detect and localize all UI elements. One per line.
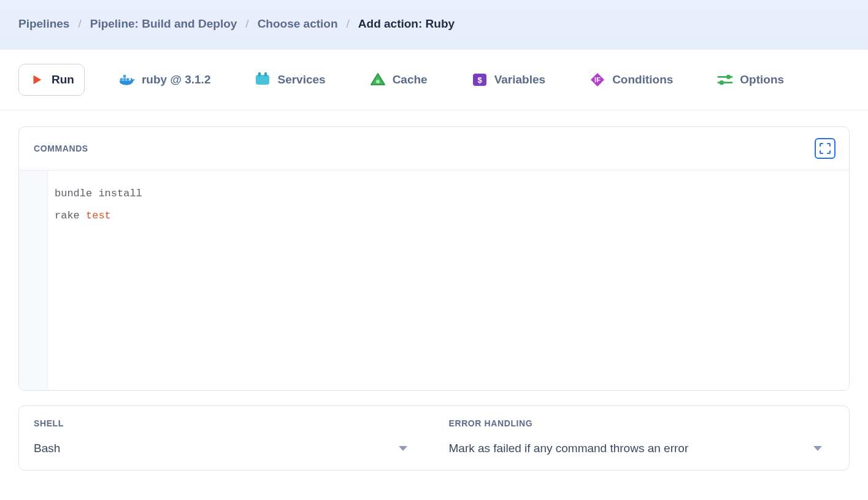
breadcrumb-pipelines[interactable]: Pipelines [18, 17, 69, 31]
content-area: COMMANDS bundle install rake test SHELL … [0, 110, 868, 489]
options-icon [717, 72, 733, 88]
breadcrumb-sep: / [245, 17, 248, 31]
tab-label: Services [277, 73, 325, 87]
tabs-bar: Run ruby @ 3.1.2 Services Cache $ Variab… [0, 50, 868, 110]
tab-conditions[interactable]: IF Conditions [580, 64, 683, 95]
tab-services[interactable]: Services [245, 64, 335, 95]
tab-run[interactable]: Run [18, 64, 85, 96]
chevron-down-icon [813, 446, 822, 451]
svg-rect-4 [256, 75, 269, 85]
svg-rect-0 [120, 78, 123, 80]
svg-rect-3 [123, 75, 126, 77]
breadcrumb-pipeline[interactable]: Pipeline: Build and Deploy [90, 17, 237, 31]
error-handling-value: Mark as failed if any command throws an … [449, 442, 689, 455]
tab-options[interactable]: Options [707, 64, 794, 95]
commands-header: COMMANDS [19, 127, 849, 171]
shell-label: SHELL [34, 418, 420, 428]
svg-rect-6 [264, 72, 267, 76]
error-handling-cell: ERROR HANDLING Mark as failed if any com… [434, 406, 850, 470]
docker-icon [119, 72, 135, 88]
svg-text:$: $ [477, 75, 482, 85]
tab-label: Variables [494, 73, 545, 87]
expand-icon [820, 143, 831, 154]
svg-point-14 [720, 80, 724, 85]
svg-rect-2 [126, 78, 129, 80]
commands-label: COMMANDS [34, 144, 88, 153]
play-icon [29, 72, 45, 88]
chevron-down-icon [399, 446, 407, 451]
svg-rect-5 [258, 72, 261, 76]
breadcrumb-current: Add action: Ruby [358, 17, 455, 31]
breadcrumb-sep: / [347, 17, 350, 31]
header-bar: Pipelines / Pipeline: Build and Deploy /… [0, 0, 868, 50]
commands-panel: COMMANDS bundle install rake test [18, 126, 850, 391]
svg-point-12 [726, 75, 731, 79]
tab-label: Cache [393, 73, 428, 87]
commands-editor[interactable]: bundle install rake test [19, 171, 849, 390]
breadcrumb-choose-action[interactable]: Choose action [258, 17, 338, 31]
cache-icon [370, 72, 386, 88]
tab-label: ruby @ 3.1.2 [142, 73, 211, 87]
tab-ruby[interactable]: ruby @ 3.1.2 [109, 64, 221, 95]
tab-label: Conditions [612, 73, 673, 87]
shell-select[interactable]: Bash [34, 442, 420, 455]
editor-gutter [19, 171, 48, 390]
expand-button[interactable] [815, 138, 835, 159]
svg-text:IF: IF [594, 76, 601, 83]
shell-cell: SHELL Bash [19, 406, 434, 470]
breadcrumb: Pipelines / Pipeline: Build and Deploy /… [18, 17, 850, 31]
svg-point-7 [376, 80, 380, 83]
breadcrumb-sep: / [78, 17, 81, 31]
tab-cache[interactable]: Cache [360, 64, 437, 95]
services-icon [255, 72, 271, 88]
svg-rect-1 [123, 78, 126, 80]
config-panel: SHELL Bash ERROR HANDLING Mark as failed… [18, 406, 850, 471]
error-handling-label: ERROR HANDLING [449, 418, 835, 428]
tab-label: Run [52, 73, 74, 87]
conditions-icon: IF [590, 72, 605, 88]
variables-icon: $ [472, 72, 488, 88]
tab-variables[interactable]: $ Variables [462, 64, 555, 95]
editor-code[interactable]: bundle install rake test [48, 171, 849, 390]
shell-value: Bash [34, 442, 60, 455]
tab-label: Options [740, 73, 784, 87]
error-handling-select[interactable]: Mark as failed if any command throws an … [449, 442, 835, 455]
